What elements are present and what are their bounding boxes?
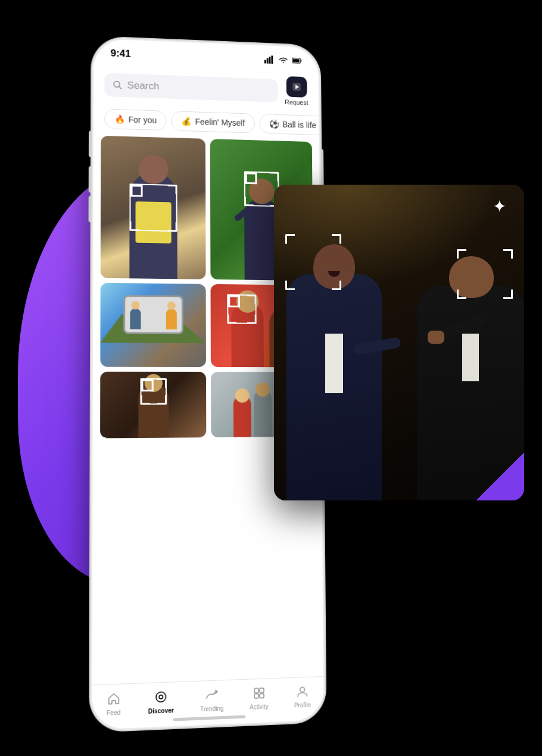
svg-rect-1 — [267, 58, 269, 64]
svg-rect-3 — [271, 55, 273, 64]
play-icon — [292, 82, 301, 92]
face-detection-kanye — [129, 183, 177, 232]
face-detection-movie — [140, 378, 166, 405]
face-detection-people — [227, 294, 256, 324]
gf1 — [233, 396, 251, 437]
pill-label-2: Feelin' Myself — [195, 117, 245, 127]
figure-right — [166, 309, 177, 329]
pill-label-3: Ball is life — [282, 120, 316, 130]
nav-item-profile[interactable]: Profile — [294, 683, 311, 709]
floating-card-bg: ✦ — [274, 185, 524, 500]
discover-icon — [153, 689, 169, 705]
nav-item-discover[interactable]: Discover — [148, 689, 174, 715]
status-time: 9:41 — [111, 48, 131, 60]
activity-icon — [251, 685, 267, 702]
grid-item-cartoon[interactable] — [100, 283, 206, 367]
nav-label-discover: Discover — [148, 707, 174, 715]
nav-label-trending: Trending — [200, 705, 224, 713]
svg-point-8 — [156, 692, 166, 702]
head-right — [167, 301, 176, 310]
slap-hand — [428, 331, 444, 344]
card-purple-accent — [476, 453, 524, 500]
request-icon-bg — [286, 76, 307, 98]
trending-icon — [204, 687, 220, 704]
svg-rect-13 — [260, 693, 264, 698]
svg-point-14 — [300, 687, 305, 692]
svg-rect-0 — [264, 60, 266, 64]
shirt — [325, 334, 343, 393]
bus-window — [123, 295, 183, 334]
nav-item-feed[interactable]: Feed — [105, 690, 122, 717]
pill-emoji-1: 🔥 — [114, 114, 124, 124]
search-placeholder: Search — [127, 79, 160, 92]
battery-icon — [292, 57, 302, 65]
request-label: Request — [285, 98, 308, 106]
home-icon — [105, 690, 122, 707]
nav-item-activity[interactable]: Activity — [250, 685, 269, 711]
svg-rect-10 — [254, 688, 258, 692]
detect-right-outer — [458, 250, 512, 298]
wifi-icon — [278, 56, 288, 64]
nav-label-profile: Profile — [294, 701, 311, 708]
shirt-right — [462, 334, 479, 381]
figure-left — [130, 308, 141, 329]
pill-ball-is-life[interactable]: ⚽ Ball is life — [259, 114, 319, 135]
svg-point-9 — [159, 695, 163, 699]
svg-rect-12 — [254, 694, 258, 698]
pill-label-1: For you — [129, 115, 157, 125]
nav-item-trending[interactable]: Trending — [200, 686, 224, 713]
head-left — [131, 301, 139, 309]
search-input[interactable]: Search — [104, 73, 278, 102]
floating-meme-card[interactable]: ✦ — [274, 185, 524, 500]
search-bar-container: Search Request — [94, 63, 319, 112]
gf2 — [254, 390, 272, 437]
sparkle-icon: ✦ — [493, 197, 506, 216]
request-button[interactable]: Request — [285, 76, 309, 106]
profile-icon — [295, 683, 310, 699]
phone-notch — [166, 42, 248, 63]
nav-label-feed: Feed — [107, 709, 121, 716]
signal-icon — [264, 55, 275, 64]
pill-feelin-myself[interactable]: 💰 Feelin' Myself — [172, 111, 255, 133]
svg-rect-11 — [260, 688, 264, 692]
pill-emoji-2: 💰 — [182, 117, 192, 126]
grid-item-kanye[interactable] — [101, 136, 206, 279]
grid-item-movie[interactable] — [100, 372, 206, 438]
svg-rect-2 — [269, 57, 271, 64]
search-icon — [113, 80, 123, 89]
pill-for-you[interactable]: 🔥 For you — [104, 108, 167, 130]
bottom-navigation: Feed Discover — [92, 676, 324, 730]
detect-left-outer — [286, 235, 340, 289]
status-icons — [264, 55, 303, 65]
pill-emoji-3: ⚽ — [269, 119, 279, 129]
svg-rect-5 — [292, 59, 299, 63]
nav-label-activity: Activity — [250, 703, 269, 711]
